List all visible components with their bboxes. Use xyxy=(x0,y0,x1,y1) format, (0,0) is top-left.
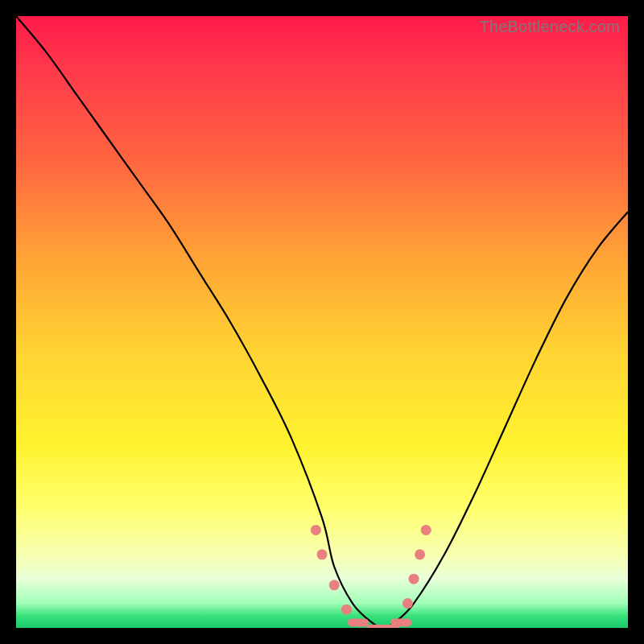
curve-marker xyxy=(311,525,321,535)
outer-frame: TheBottleneck.com xyxy=(0,0,644,644)
curve-marker xyxy=(402,598,413,609)
curve-marker xyxy=(409,574,419,584)
plot-area: TheBottleneck.com xyxy=(16,16,628,628)
curve-svg xyxy=(16,16,628,628)
curve-marker xyxy=(415,549,425,559)
curve-marker xyxy=(329,580,340,590)
curve-marker xyxy=(317,549,328,559)
watermark-label: TheBottleneck.com xyxy=(479,18,620,36)
curve-marker xyxy=(348,618,369,626)
bottleneck-curve xyxy=(16,16,628,628)
curve-marker xyxy=(421,525,431,535)
curve-marker xyxy=(390,618,411,626)
curve-marker xyxy=(341,605,352,615)
